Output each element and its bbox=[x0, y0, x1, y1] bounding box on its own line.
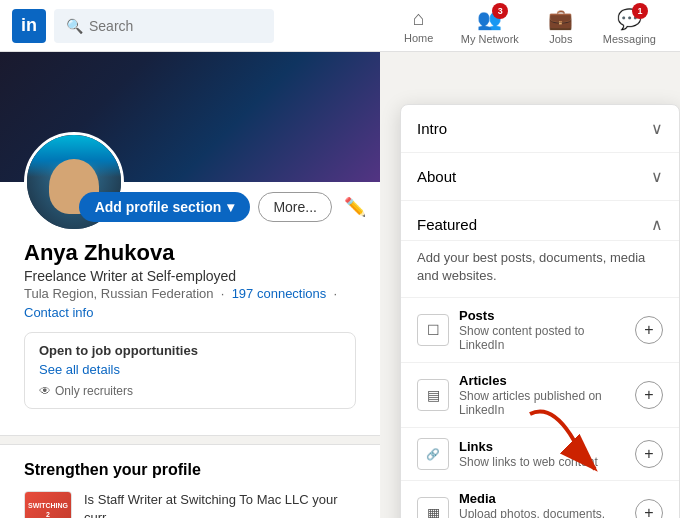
posts-text: Posts Show content posted to LinkedIn bbox=[459, 308, 625, 352]
messaging-badge: 1 bbox=[632, 3, 648, 19]
page-layout: Add profile section ▾ More... ✏️ Anya Zh… bbox=[0, 52, 680, 518]
recruiters-text: Only recruiters bbox=[55, 384, 133, 398]
articles-name: Articles bbox=[459, 373, 625, 388]
articles-text: Articles Show articles published on Link… bbox=[459, 373, 625, 417]
featured-description: Add your best posts, documents, media an… bbox=[401, 241, 679, 298]
links-add-button[interactable]: + bbox=[635, 440, 663, 468]
strengthen-title: Strengthen your profile bbox=[24, 461, 356, 479]
nav-item-home[interactable]: ⌂ Home bbox=[389, 0, 449, 52]
logo-text: SWITCHING2MAC bbox=[28, 502, 68, 518]
articles-icon: ▤ bbox=[417, 379, 449, 411]
edit-profile-button[interactable]: ✏️ bbox=[340, 192, 370, 222]
nav-items: ⌂ Home 👥 3 My Network 💼 Jobs 💬 1 Messagi… bbox=[389, 0, 668, 53]
eye-icon: 👁 bbox=[39, 384, 51, 398]
profile-actions: Add profile section ▾ More... ✏️ bbox=[79, 192, 370, 222]
search-box[interactable]: 🔍 bbox=[54, 9, 274, 43]
contact-info-link[interactable]: Contact info bbox=[24, 305, 356, 320]
dropdown-panel: Intro ∨ About ∨ Featured ∧ Add your best… bbox=[400, 104, 680, 518]
about-row[interactable]: About ∨ bbox=[401, 153, 679, 201]
more-button[interactable]: More... bbox=[258, 192, 332, 222]
messaging-icon: 💬 1 bbox=[617, 7, 642, 31]
about-label: About bbox=[417, 168, 456, 185]
feature-item-posts[interactable]: ☐ Posts Show content posted to LinkedIn … bbox=[401, 298, 679, 363]
open-to-title: Open to job opportunities bbox=[39, 343, 341, 358]
dropdown-chevron-icon: ▾ bbox=[227, 199, 234, 215]
logo-inner: SWITCHING2MAC bbox=[25, 492, 71, 518]
featured-label: Featured bbox=[417, 216, 477, 233]
linkedin-logo[interactable]: in bbox=[12, 9, 46, 43]
jobs-icon: 💼 bbox=[548, 7, 573, 31]
links-text: Links Show links to web content bbox=[459, 439, 625, 469]
navbar: in 🔍 ⌂ Home 👥 3 My Network 💼 Jobs 💬 1 Me… bbox=[0, 0, 680, 52]
profile-title: Freelance Writer at Self-employed bbox=[24, 268, 356, 284]
media-text: Media Upload photos, documents, and pres… bbox=[459, 491, 625, 518]
media-desc: Upload photos, documents, and presentati… bbox=[459, 507, 625, 518]
home-icon: ⌂ bbox=[413, 7, 425, 30]
connections-link[interactable]: 197 connections bbox=[232, 286, 327, 301]
media-add-button[interactable]: + bbox=[635, 499, 663, 518]
feature-item-links[interactable]: 🔗 Links Show links to web content + bbox=[401, 428, 679, 481]
right-column: Intro ∨ About ∨ Featured ∧ Add your best… bbox=[380, 52, 680, 518]
profile-name: Anya Zhukova bbox=[24, 240, 356, 266]
posts-add-button[interactable]: + bbox=[635, 316, 663, 344]
strengthen-text: Is Staff Writer at Switching To Mac LLC … bbox=[84, 491, 356, 518]
featured-chevron-icon: ∧ bbox=[651, 215, 663, 234]
about-chevron-icon: ∨ bbox=[651, 167, 663, 186]
nav-item-network[interactable]: 👥 3 My Network bbox=[449, 0, 531, 53]
posts-desc: Show content posted to LinkedIn bbox=[459, 324, 625, 352]
nav-label-home: Home bbox=[404, 32, 433, 44]
articles-add-button[interactable]: + bbox=[635, 381, 663, 409]
add-profile-section-button[interactable]: Add profile section ▾ bbox=[79, 192, 251, 222]
nav-label-jobs: Jobs bbox=[549, 33, 572, 45]
strengthen-item[interactable]: SWITCHING2MAC Is Staff Writer at Switchi… bbox=[24, 491, 356, 518]
profile-section: Add profile section ▾ More... ✏️ Anya Zh… bbox=[0, 182, 380, 436]
links-name: Links bbox=[459, 439, 625, 454]
articles-desc: Show articles published on LinkedIn bbox=[459, 389, 625, 417]
links-icon: 🔗 bbox=[417, 438, 449, 470]
media-name: Media bbox=[459, 491, 625, 506]
strengthen-content: Is Staff Writer at Switching To Mac LLC … bbox=[84, 491, 356, 518]
nav-item-jobs[interactable]: 💼 Jobs bbox=[531, 0, 591, 53]
posts-name: Posts bbox=[459, 308, 625, 323]
media-icon: ▦ bbox=[417, 497, 449, 518]
feature-item-media[interactable]: ▦ Media Upload photos, documents, and pr… bbox=[401, 481, 679, 518]
profile-location: Tula Region, Russian Federation · 197 co… bbox=[24, 286, 356, 301]
network-badge: 3 bbox=[492, 3, 508, 19]
search-input[interactable] bbox=[89, 18, 249, 34]
posts-icon: ☐ bbox=[417, 314, 449, 346]
links-desc: Show links to web content bbox=[459, 455, 625, 469]
company-logo: SWITCHING2MAC bbox=[24, 491, 72, 518]
intro-chevron-icon: ∨ bbox=[651, 119, 663, 138]
strengthen-section: Strengthen your profile SWITCHING2MAC Is… bbox=[0, 444, 380, 518]
search-icon: 🔍 bbox=[66, 18, 83, 34]
add-profile-label: Add profile section bbox=[95, 199, 222, 215]
feature-item-articles[interactable]: ▤ Articles Show articles published on Li… bbox=[401, 363, 679, 428]
open-to-box: Open to job opportunities See all detail… bbox=[24, 332, 356, 409]
see-details-link[interactable]: See all details bbox=[39, 362, 120, 377]
nav-label-network: My Network bbox=[461, 33, 519, 45]
nav-item-messaging[interactable]: 💬 1 Messaging bbox=[591, 0, 668, 53]
nav-label-messaging: Messaging bbox=[603, 33, 656, 45]
featured-header[interactable]: Featured ∧ bbox=[401, 201, 679, 241]
left-column: Add profile section ▾ More... ✏️ Anya Zh… bbox=[0, 52, 380, 518]
location-text: Tula Region, Russian Federation bbox=[24, 286, 214, 301]
intro-row[interactable]: Intro ∨ bbox=[401, 105, 679, 153]
intro-label: Intro bbox=[417, 120, 447, 137]
network-icon: 👥 3 bbox=[477, 7, 502, 31]
recruiters-line: 👁 Only recruiters bbox=[39, 384, 341, 398]
